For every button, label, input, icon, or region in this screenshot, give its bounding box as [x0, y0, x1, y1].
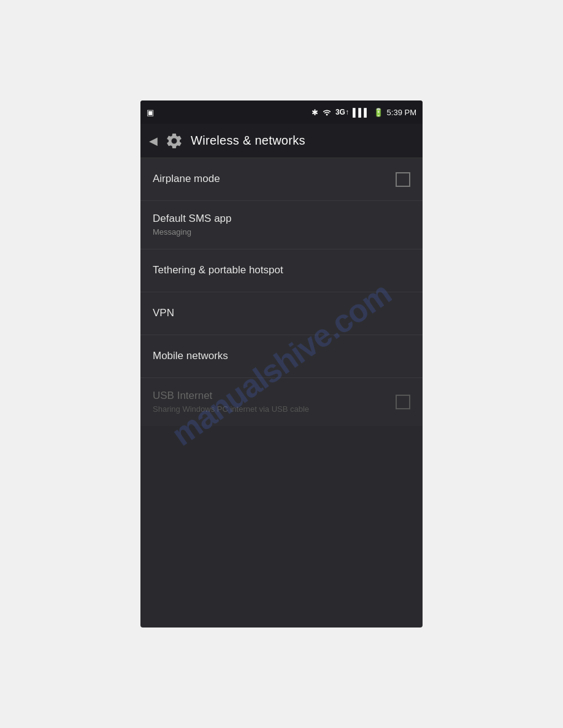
notification-icon: ▣	[147, 108, 154, 117]
status-bar: ▣ ✱ 3G↑ ▌▌▌ 🔋 5:39 PM	[140, 100, 423, 124]
tethering-content: Tethering & portable hotspot	[153, 264, 410, 277]
default-sms-subtitle: Messaging	[153, 227, 410, 238]
wifi-icon	[322, 107, 332, 118]
usb-internet-content: USB Internet Sharing Windows PC internet…	[153, 389, 396, 415]
default-sms-title: Default SMS app	[153, 212, 410, 226]
usb-internet-subtitle: Sharing Windows PC internet via USB cabl…	[153, 404, 396, 415]
status-left-icons: ▣	[147, 108, 154, 117]
settings-item-tethering[interactable]: Tethering & portable hotspot	[140, 249, 423, 292]
bluetooth-icon: ✱	[312, 108, 318, 117]
time-display: 5:39 PM	[387, 108, 416, 117]
default-sms-content: Default SMS app Messaging	[153, 212, 410, 238]
vpn-content: VPN	[153, 306, 410, 320]
mobile-networks-content: Mobile networks	[153, 349, 410, 363]
back-button[interactable]: ◀	[149, 134, 158, 148]
mobile-networks-title: Mobile networks	[153, 349, 410, 363]
airplane-mode-content: Airplane mode	[153, 172, 396, 186]
status-right-icons: ✱ 3G↑ ▌▌▌ 🔋 5:39 PM	[312, 107, 416, 118]
usb-internet-checkbox	[396, 395, 410, 409]
signal-bars-icon: ▌▌▌	[353, 108, 370, 117]
battery-icon: 🔋	[373, 108, 383, 117]
airplane-mode-title: Airplane mode	[153, 172, 396, 186]
settings-item-vpn[interactable]: VPN	[140, 292, 423, 335]
phone-frame: ▣ ✱ 3G↑ ▌▌▌ 🔋 5:39 PM ◀ Wireless & netwo…	[140, 100, 423, 628]
usb-internet-title: USB Internet	[153, 389, 396, 403]
airplane-mode-checkbox[interactable]	[396, 172, 410, 187]
header-bar: ◀ Wireless & networks	[140, 124, 423, 158]
vpn-title: VPN	[153, 306, 410, 320]
tethering-title: Tethering & portable hotspot	[153, 264, 410, 277]
settings-item-airplane-mode[interactable]: Airplane mode	[140, 158, 423, 201]
settings-item-mobile-networks[interactable]: Mobile networks	[140, 335, 423, 378]
page-title: Wireless & networks	[191, 134, 305, 148]
network-type-icon: 3G↑	[335, 108, 349, 116]
settings-item-default-sms[interactable]: Default SMS app Messaging	[140, 201, 423, 249]
settings-gear-icon	[165, 132, 183, 150]
settings-item-usb-internet: USB Internet Sharing Windows PC internet…	[140, 378, 423, 426]
settings-list: Airplane mode Default SMS app Messaging …	[140, 158, 423, 426]
